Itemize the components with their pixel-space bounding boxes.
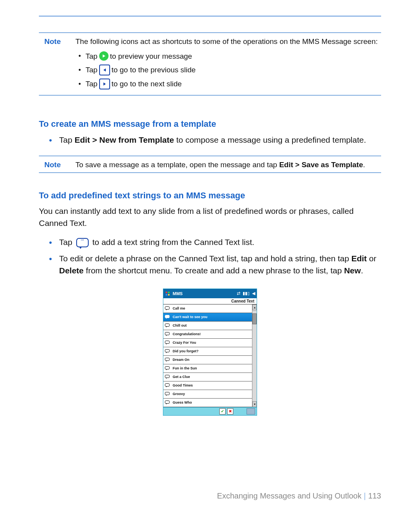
page-footer: Exchanging Messages and Using Outlook|11… — [217, 492, 381, 500]
speech-bubble-icon — [165, 341, 170, 345]
speech-bubble-icon — [165, 358, 170, 362]
note-body: To save a message as a template, open th… — [75, 159, 381, 170]
edit-action: Edit — [351, 254, 367, 263]
svg-marker-17 — [166, 360, 167, 362]
speech-bubble-icon — [165, 306, 170, 310]
note-label: Note — [39, 159, 75, 170]
cancel-button[interactable]: ✖ — [227, 408, 233, 415]
scroll-track[interactable] — [252, 310, 257, 401]
canned-text-item[interactable]: Can't wait to see you — [163, 313, 252, 322]
canned-text-item[interactable]: Groovy — [163, 390, 252, 399]
shortcut-line-preview: • Tap to preview your message — [77, 51, 381, 62]
speech-bubble-icon — [165, 383, 170, 387]
menu-path: Edit > Save as Template — [279, 161, 363, 169]
svg-marker-21 — [166, 378, 167, 379]
canned-text-item[interactable]: Fun in the Sun — [163, 364, 252, 373]
tap-label: Tap — [86, 65, 98, 75]
canned-text-label: Guess Who — [173, 401, 192, 404]
speech-bubble-icon — [165, 366, 170, 370]
svg-rect-18 — [165, 367, 170, 369]
note-label: Note — [39, 36, 75, 47]
note-box-1: Note The following icons act as shortcut… — [39, 32, 381, 96]
canned-text-item[interactable]: Call me — [163, 304, 252, 313]
svg-rect-6 — [165, 315, 170, 318]
note-rule-bottom — [39, 172, 381, 173]
svg-rect-20 — [165, 375, 170, 378]
signal-icon[interactable]: ▮▮▯ — [243, 291, 250, 296]
speech-bubble-icon — [165, 324, 170, 327]
canned-text-item[interactable]: Dream On — [163, 356, 252, 364]
heading-create-template: To create an MMS message from a template — [39, 119, 381, 129]
svg-marker-2 — [103, 82, 106, 86]
list-item: Tap to add a text string from the Canned… — [39, 236, 381, 248]
svg-rect-16 — [165, 358, 170, 361]
canned-text-item[interactable]: Crazy For You — [163, 339, 252, 347]
new-action: New — [344, 266, 361, 275]
svg-marker-9 — [166, 326, 167, 327]
shortcut-desc: to go to the previous slide — [112, 65, 196, 75]
canned-text-label: Did you forget? — [173, 349, 199, 353]
intro-paragraph: You can instantly add text to any slide … — [39, 205, 381, 229]
scrollbar[interactable]: ▴ ▾ — [252, 304, 257, 407]
device-screenshot: MMS ⇄ ▮▮▯ ◀ Canned Text Call meCan't wai… — [163, 289, 257, 416]
shortcut-line-next: • Tap to go to the next slide — [77, 79, 381, 89]
shortcut-line-prev: • Tap to go to the previous slide — [77, 65, 381, 75]
svg-rect-8 — [165, 324, 170, 327]
canned-text-item[interactable]: Good Times — [163, 381, 252, 390]
svg-marker-7 — [166, 318, 167, 319]
page-number: 113 — [368, 492, 381, 500]
canned-text-label: Crazy For You — [173, 341, 196, 345]
list-item: To edit or delete a phrase on the Canned… — [39, 252, 381, 277]
canned-text-item[interactable]: Congratulations! — [163, 330, 252, 339]
speech-bubble-icon — [165, 315, 170, 319]
list-item: Tap Edit > New from Template to compose … — [39, 134, 381, 146]
svg-rect-10 — [165, 332, 170, 335]
canned-text-label: Good Times — [173, 383, 193, 387]
volume-icon[interactable]: ◀ — [252, 291, 255, 296]
note-intro-text: The following icons act as shortcuts to … — [75, 36, 381, 47]
svg-marker-25 — [166, 395, 167, 396]
canned-text-item[interactable]: Chill out — [163, 322, 252, 330]
scroll-down-icon[interactable]: ▾ — [252, 401, 257, 407]
canned-text-item[interactable]: Guess Who — [163, 399, 252, 407]
menu-path: Edit > New from Template — [75, 135, 174, 144]
speech-bubble-icon — [165, 332, 170, 336]
next-slide-icon — [99, 79, 110, 89]
speech-bubble-icon — [165, 392, 170, 396]
delete-action: Delete — [59, 266, 84, 275]
svg-rect-24 — [165, 392, 170, 395]
canned-text-label: Congratulations! — [173, 332, 201, 336]
title-icons: ⇄ ▮▮▯ ◀ — [237, 291, 255, 296]
canned-text-icon — [76, 238, 89, 247]
speech-bubble-icon — [165, 375, 170, 379]
canned-text-label: Groovy — [173, 392, 185, 396]
svg-rect-22 — [165, 384, 170, 387]
canned-text-item[interactable]: Did you forget? — [163, 347, 252, 356]
svg-marker-27 — [166, 403, 167, 404]
chapter-title: Exchanging Messages and Using Outlook — [217, 492, 361, 500]
scroll-up-icon[interactable]: ▴ — [252, 304, 257, 310]
speech-bubble-icon — [165, 401, 170, 404]
svg-marker-0 — [103, 54, 105, 58]
keyboard-icon[interactable] — [247, 408, 255, 415]
connectivity-icon[interactable]: ⇄ — [237, 291, 240, 296]
canned-text-label: Fun in the Sun — [173, 366, 197, 370]
scroll-thumb[interactable] — [252, 313, 257, 324]
svg-rect-4 — [165, 307, 170, 310]
titlebar: MMS ⇄ ▮▮▯ ◀ — [163, 289, 257, 298]
start-icon[interactable] — [165, 291, 170, 296]
note-box-2: Note To save a message as a template, op… — [39, 156, 381, 173]
ok-button[interactable]: ✔ — [219, 408, 226, 415]
svg-marker-1 — [103, 68, 106, 72]
app-title: MMS — [173, 291, 237, 296]
canned-text-item[interactable]: Get a Clue — [163, 373, 252, 381]
play-icon — [99, 51, 108, 61]
svg-marker-19 — [166, 369, 167, 370]
speech-bubble-icon — [165, 349, 170, 353]
template-instructions: Tap Edit > New from Template to compose … — [39, 134, 381, 146]
shortcut-desc: to preview your message — [110, 51, 192, 62]
note-text: To save a message as a template, open th… — [75, 159, 381, 170]
svg-rect-12 — [165, 341, 170, 344]
svg-rect-14 — [165, 350, 170, 352]
canned-text-list[interactable]: Call meCan't wait to see youChill outCon… — [163, 304, 252, 407]
